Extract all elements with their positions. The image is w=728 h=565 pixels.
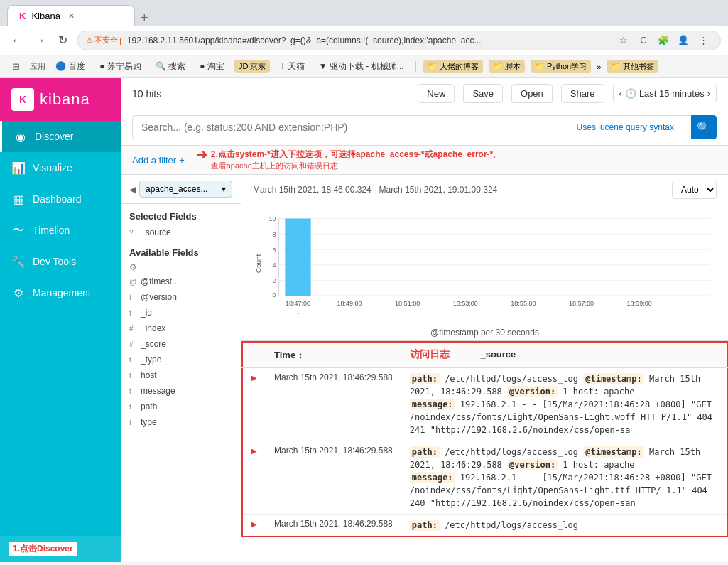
bookmark-tmall[interactable]: T 天猫 [276, 59, 308, 74]
sidebar-item-visualize[interactable]: 📊 Visualize [0, 152, 121, 183]
path-label-3: path: [410, 520, 440, 531]
sort-icon: ↕ [298, 350, 303, 360]
hits-count: 10 hits [132, 88, 161, 99]
field-type-t1: t [129, 294, 136, 301]
apps-icon[interactable]: ⊞ [7, 58, 24, 75]
bookmark-python[interactable]: 📁 Python学习 [531, 60, 591, 73]
management-icon: ⚙ [11, 286, 26, 300]
svg-text:8: 8 [273, 231, 276, 238]
expand-arrow-icon-3[interactable]: ▶ [251, 520, 257, 528]
sidebar-item-management[interactable]: ⚙ Management [0, 277, 121, 308]
forward-button[interactable]: → [30, 31, 50, 50]
bookmark-suning[interactable]: ● 苏宁易购 [95, 59, 146, 74]
field-type-t4: t [129, 372, 136, 380]
back-button[interactable]: ← [7, 31, 27, 50]
svg-text:18:49:00: 18:49:00 [337, 300, 362, 307]
bookmark-jd[interactable]: JD 京东 [234, 60, 271, 73]
index-dropdown[interactable]: apache_acces... ▾ [139, 181, 232, 198]
field-score[interactable]: # _score [121, 336, 241, 352]
sidebar-item-timelion[interactable]: 〜 Timelion [0, 215, 121, 246]
new-button[interactable]: New [418, 84, 455, 103]
field-host[interactable]: t host [121, 367, 241, 383]
time-range-picker[interactable]: ‹ 🕐 Last 15 minutes › [613, 85, 717, 102]
field-version[interactable]: t @version [121, 289, 241, 305]
field-name-score: _score [141, 339, 166, 349]
sidebar-item-devtools[interactable]: 🔧 Dev Tools [0, 246, 121, 277]
bookmark-scripts[interactable]: 📁 脚本 [489, 60, 525, 73]
table-row: ▶ March 15th 2021, 18:46:29.588 path: /e… [242, 367, 727, 441]
address-bar[interactable]: ⚠ 不安全 | 192.168.2.11:5601/app/kibana#/di… [77, 31, 721, 50]
field-type-type[interactable]: t type [121, 414, 241, 430]
chart-x-axis-label: @timestamp per 30 seconds [253, 328, 717, 340]
available-fields-gear[interactable]: ⚙ [121, 261, 241, 274]
field-index[interactable]: # _index [121, 321, 241, 336]
add-filter-icon: + [179, 155, 185, 166]
sidebar-item-dashboard[interactable]: ▦ Dashboard [0, 183, 121, 215]
active-tab[interactable]: K Kibana ✕ [7, 5, 135, 26]
field-type-field[interactable]: t _type [121, 352, 241, 367]
field-type-question: ? [129, 229, 136, 237]
index-selector: ◀ apache_acces... ▾ [121, 175, 241, 204]
toolbar: 10 hits New Save Open Share ‹ 🕐 Last 15 … [121, 78, 728, 109]
field-path[interactable]: t path [121, 399, 241, 414]
selected-fields-title: Selected Fields [121, 204, 241, 225]
time-nav-next[interactable]: › [707, 88, 710, 99]
message-label-2: message: [410, 472, 455, 483]
svg-text:↓: ↓ [295, 306, 300, 316]
menu-icon[interactable]: ⋮ [695, 32, 712, 49]
expand-cell-3[interactable]: ▶ [242, 515, 266, 537]
field-type-t2: t [129, 309, 136, 317]
sidebar-label-timelion: Timelion [33, 225, 70, 236]
tab-close-btn[interactable]: ✕ [66, 10, 77, 21]
sidebar-item-discover[interactable]: ◉ Discover [0, 121, 121, 152]
tab-title: Kibana [31, 11, 60, 21]
bookmark-search[interactable]: 🔍 搜索 [151, 59, 190, 74]
expand-cell-2[interactable]: ▶ [242, 441, 266, 515]
field-timestamp[interactable]: @ @timest... [121, 274, 241, 289]
search-button[interactable]: 🔍 [691, 115, 717, 139]
bookmark-taobao[interactable]: ● 淘宝 [195, 59, 229, 74]
bookmark-bar: ⊞ 应用 🔵 百度 ● 苏宁易购 🔍 搜索 ● 淘宝 JD 京东 T 天猫 ▼ … [0, 55, 728, 78]
expand-cell[interactable]: ▶ [242, 367, 266, 441]
add-filter-button[interactable]: Add a filter + [132, 155, 185, 166]
expand-arrow-icon[interactable]: ▶ [251, 374, 257, 382]
open-button[interactable]: Open [511, 84, 553, 103]
reload-button[interactable]: ↻ [53, 31, 72, 50]
bookmark-driver[interactable]: ▼ 驱动下载 - 机械师... [315, 59, 408, 74]
bar-0 [285, 219, 310, 296]
auto-select[interactable]: Auto [672, 181, 717, 199]
table-header: Time ↕ 访问日志 _source [242, 342, 727, 367]
bookmark-baidu[interactable]: 🔵 百度 [51, 59, 89, 74]
time-col-label: Time [274, 350, 295, 360]
field-name-source: _source [141, 227, 171, 237]
share-button[interactable]: Share [561, 84, 604, 103]
add-filter-label: Add a filter [132, 155, 176, 166]
search-input[interactable] [132, 115, 691, 139]
bookmark-more[interactable]: » [597, 63, 601, 71]
new-tab-button[interactable]: + [135, 11, 154, 26]
field-name-id: _id [141, 308, 152, 318]
account-icon[interactable]: 👤 [675, 32, 692, 49]
bookmark-blog[interactable]: 📁 大佬的博客 [423, 60, 483, 73]
timestamp-label-2: @timestamp: [583, 446, 643, 458]
step1-annotation: 1.点击Discover [0, 536, 121, 562]
field-message[interactable]: t message [121, 383, 241, 399]
save-button[interactable]: Save [463, 84, 503, 103]
bookmark-others[interactable]: 📁 其他书签 [607, 60, 658, 73]
time-col-header[interactable]: Time ↕ [266, 342, 401, 367]
profile-icon[interactable]: C [635, 32, 652, 49]
field-name-path: path [141, 402, 157, 411]
dropdown-arrow-icon: ▾ [222, 184, 226, 194]
sidebar-label-discover: Discover [35, 131, 73, 142]
field-type-t7: t [129, 419, 136, 426]
field-source[interactable]: ? _source [121, 225, 241, 240]
bookmark-star-icon[interactable]: ☆ [615, 32, 632, 49]
addr-action-icons: ☆ C 🧩 👤 ⋮ [615, 32, 712, 49]
expand-arrow-icon-2[interactable]: ▶ [251, 447, 257, 455]
time-nav-prev[interactable]: ‹ [619, 88, 622, 99]
toggle-arrow-icon[interactable]: ◀ [129, 184, 136, 195]
extensions-icon[interactable]: 🧩 [655, 32, 672, 49]
field-type-hash: # [129, 325, 136, 333]
host-label-1: host: [573, 387, 599, 397]
field-id[interactable]: t _id [121, 305, 241, 321]
